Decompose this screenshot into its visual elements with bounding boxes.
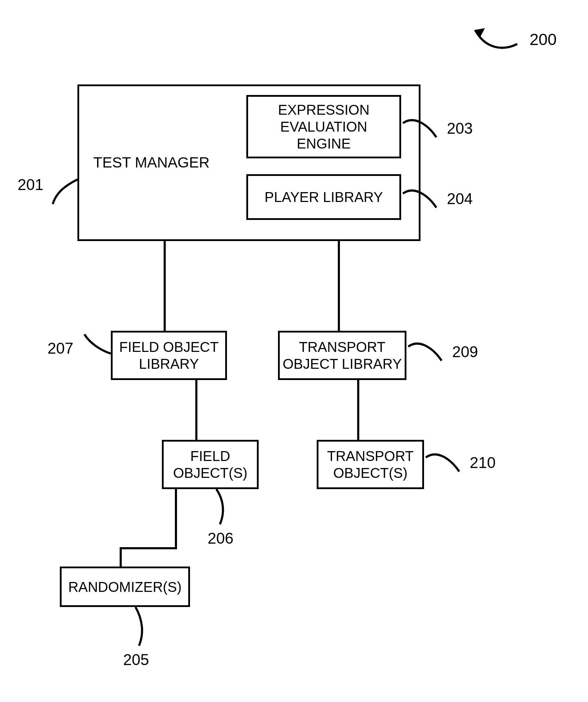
field-object-library-label: FIELD OBJECT LIBRARY [119,339,219,372]
ref-201-lead [46,178,79,206]
ref-209-label: 209 [452,343,478,361]
randomizers-label: RANDOMIZER(S) [68,578,182,595]
connector-fo-horiz [120,547,177,549]
transport-objects-label: TRANSPORT OBJECT(S) [327,448,414,481]
connector-rand-down [120,547,122,568]
ref-201-label: 201 [18,176,43,194]
field-objects-box: FIELD OBJECT(S) [162,440,259,489]
connector-tm-to-tol [338,241,340,331]
player-library-box: PLAYER LIBRARY [246,174,401,220]
ref-205-lead [120,607,151,649]
ref-210-label: 210 [470,454,495,472]
player-library-label: PLAYER LIBRARY [265,189,383,205]
connector-fol-to-fo [195,380,197,440]
expression-evaluation-engine-label: EXPRESSION EVALUATION ENGINE [278,101,369,152]
ref-206-lead [201,489,232,528]
figure-ref-label: 200 [530,30,557,49]
field-object-library-box: FIELD OBJECT LIBRARY [111,331,227,380]
figure-ref-arrow [468,25,521,56]
connector-tm-to-fol [164,241,166,331]
ref-203-label: 203 [447,120,473,137]
field-objects-label: FIELD OBJECT(S) [173,448,247,481]
randomizers-box: RANDOMIZER(S) [60,567,190,607]
connector-tol-to-to [357,380,359,440]
ref-210-lead [424,447,463,475]
ref-206-label: 206 [208,530,233,547]
expression-evaluation-engine-box: EXPRESSION EVALUATION ENGINE [246,95,401,158]
transport-objects-box: TRANSPORT OBJECT(S) [317,440,424,489]
test-manager-label: TEST MANAGER [93,154,210,171]
ref-207-label: 207 [48,340,73,357]
ref-204-lead [401,183,440,211]
ref-209-lead [406,336,445,364]
ref-207-lead [79,334,113,359]
transport-object-library-box: TRANSPORT OBJECT LIBRARY [278,331,406,380]
ref-203-lead [401,113,440,141]
transport-object-library-label: TRANSPORT OBJECT LIBRARY [283,339,402,372]
diagram-canvas: 200 TEST MANAGER 201 EXPRESSION EVALUATI… [0,0,588,702]
ref-205-label: 205 [123,651,149,669]
connector-fo-down [175,489,177,549]
ref-204-label: 204 [447,190,473,208]
